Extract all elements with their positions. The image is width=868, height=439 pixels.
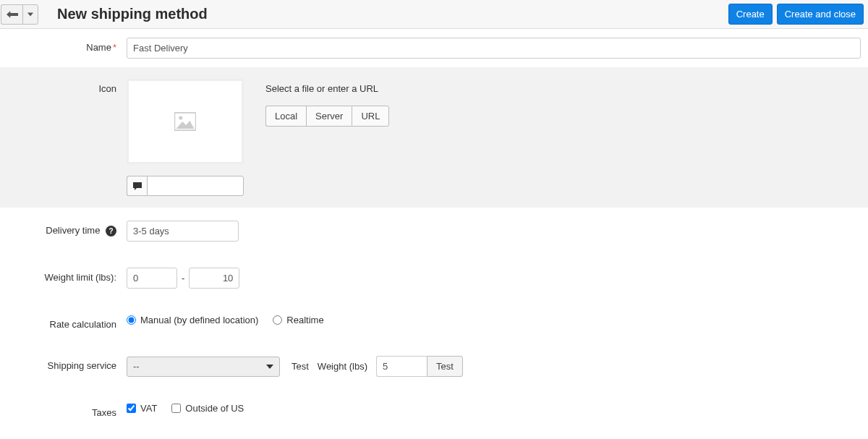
rate-manual-label: Manual (by defined location) — [140, 315, 258, 325]
icon-url-button[interactable]: URL — [352, 106, 389, 127]
field-icon: Select a file or enter a URL Local Serve… — [127, 79, 868, 196]
test-button[interactable]: Test — [427, 356, 463, 377]
icon-local-button[interactable]: Local — [265, 106, 306, 127]
label-taxes: Taxes — [0, 403, 127, 418]
topbar-right: Create Create and close — [728, 4, 864, 25]
create-and-close-button[interactable]: Create and close — [777, 4, 864, 25]
row-name: Name* — [0, 29, 868, 67]
row-weight: Weight limit (lbs): - — [0, 255, 868, 302]
delivery-time-input[interactable] — [127, 221, 239, 242]
name-input[interactable] — [127, 38, 861, 59]
tax-outside-checkbox[interactable]: Outside of US — [171, 403, 244, 414]
topbar: New shipping method Create Create and cl… — [0, 0, 868, 29]
field-name — [127, 38, 868, 59]
label-delivery: Delivery time ? — [0, 221, 127, 236]
speech-bubble-icon — [133, 182, 142, 190]
service-test-label: Test — [284, 361, 313, 372]
shipping-service-value: -- — [133, 361, 140, 372]
label-delivery-text: Delivery time — [46, 225, 100, 236]
icon-panel: Icon Select a file or enter a URL Local … — [0, 67, 868, 208]
label-service: Shipping service — [0, 356, 127, 371]
chevron-down-icon — [266, 363, 273, 370]
field-rate: Manual (by defined location) Realtime — [127, 315, 868, 325]
shipping-service-select[interactable]: -- — [127, 357, 280, 377]
svg-point-1 — [179, 116, 182, 120]
row-service: Shipping service -- Test Weight (lbs) Te… — [0, 343, 868, 390]
icon-hint: Select a file or enter a URL — [265, 83, 389, 94]
weight-separator: - — [182, 273, 184, 284]
test-weight-group: Test — [376, 356, 463, 377]
icon-alt-row — [127, 176, 244, 196]
label-name-text: Name — [86, 42, 111, 53]
label-rate: Rate calculation — [0, 315, 127, 330]
required-marker: * — [113, 42, 116, 53]
back-button[interactable] — [1, 4, 22, 25]
back-dropdown[interactable] — [22, 4, 38, 25]
back-button-group — [1, 4, 38, 25]
field-taxes: VAT Outside of US — [127, 403, 868, 414]
test-weight-input[interactable] — [376, 356, 427, 377]
tax-vat-checkbox-input[interactable] — [127, 404, 136, 413]
image-dropzone[interactable] — [127, 79, 244, 164]
row-taxes: Taxes VAT Outside of US — [0, 390, 868, 431]
label-icon: Icon — [0, 79, 127, 94]
tax-vat-checkbox[interactable]: VAT — [127, 403, 157, 414]
weight-to-input[interactable] — [189, 268, 239, 289]
row-delivery: Delivery time ? — [0, 208, 868, 255]
row-icon: Icon Select a file or enter a URL Local … — [0, 67, 868, 208]
rate-realtime-label: Realtime — [286, 315, 323, 325]
image-placeholder-icon — [174, 112, 196, 131]
field-service: -- Test Weight (lbs) Test — [127, 356, 868, 377]
tax-outside-checkbox-input[interactable] — [171, 404, 181, 413]
rate-manual-radio-input[interactable] — [127, 315, 136, 325]
label-weight: Weight limit (lbs): — [0, 268, 127, 283]
create-button[interactable]: Create — [728, 4, 773, 25]
rate-realtime-radio-input[interactable] — [273, 315, 282, 325]
field-weight: - — [127, 268, 868, 289]
label-name: Name* — [0, 38, 127, 53]
field-delivery — [127, 221, 868, 242]
topbar-left: New shipping method — [1, 4, 208, 25]
icon-server-button[interactable]: Server — [306, 106, 352, 127]
image-alt-input[interactable] — [147, 176, 244, 196]
tax-vat-label: VAT — [140, 403, 157, 414]
weight-from-input[interactable] — [127, 268, 177, 289]
icon-right-col: Select a file or enter a URL Local Serve… — [265, 79, 389, 127]
row-status: Status* Active Disabled — [0, 431, 868, 439]
icon-area: Select a file or enter a URL Local Serve… — [127, 79, 389, 164]
help-icon[interactable]: ? — [106, 226, 116, 236]
chevron-down-icon — [27, 12, 33, 17]
back-arrow-icon — [7, 9, 18, 20]
row-rate: Rate calculation Manual (by defined loca… — [0, 302, 868, 343]
icon-source-buttons: Local Server URL — [265, 106, 389, 127]
rate-manual-radio[interactable]: Manual (by defined location) — [127, 315, 258, 325]
page-title: New shipping method — [57, 6, 208, 22]
rate-realtime-radio[interactable]: Realtime — [273, 315, 323, 325]
image-alt-button[interactable] — [127, 176, 147, 196]
service-weight-label: Weight (lbs) — [318, 361, 367, 372]
tax-outside-label: Outside of US — [185, 403, 244, 414]
